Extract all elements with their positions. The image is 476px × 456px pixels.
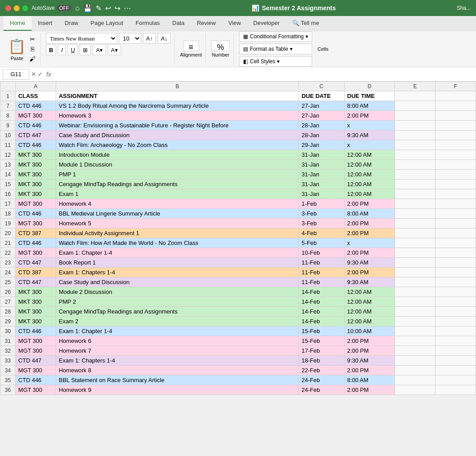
cell-assignment[interactable]: Homework 9: [56, 385, 298, 395]
cell-empty-f[interactable]: [435, 140, 476, 150]
cell-empty-f[interactable]: [435, 111, 476, 121]
cell-assignment[interactable]: BBL Medieval Lingerie Summary Article: [56, 209, 298, 219]
col-header-c[interactable]: C: [299, 82, 344, 91]
tab-tell-me[interactable]: 🔍 Tell me: [286, 16, 325, 31]
cell-empty-e[interactable]: [395, 268, 435, 277]
cell-due-time[interactable]: 12:00 AM: [344, 160, 395, 170]
cell-empty-e[interactable]: [395, 248, 435, 258]
conditional-formatting-button[interactable]: ▦ Conditional Formatting ▾: [239, 31, 312, 42]
cell-assignment[interactable]: Watch Film: How Art Made the World - No …: [56, 238, 298, 248]
cell-empty-e[interactable]: [395, 91, 435, 101]
cell-class[interactable]: MKT 300: [16, 307, 56, 317]
cell-empty-e[interactable]: [395, 326, 435, 336]
cell-due-time[interactable]: 10:00 AM: [344, 326, 395, 336]
cell-due-time[interactable]: 2:00 PM: [344, 228, 395, 238]
cell-due-date[interactable]: 3-Feb: [299, 209, 344, 219]
cell-due-date[interactable]: 22-Feb: [299, 366, 344, 375]
increase-font-button[interactable]: A↑: [143, 33, 156, 44]
cell-class[interactable]: CTD 446: [16, 140, 56, 150]
cell-empty-e[interactable]: [395, 199, 435, 209]
col-header-d[interactable]: D: [344, 82, 395, 91]
cell-assignment[interactable]: Book Report 1: [56, 258, 298, 268]
cell-empty-f[interactable]: [435, 346, 476, 356]
cell-due-date[interactable]: 3-Feb: [299, 219, 344, 228]
cell-due-date[interactable]: 28-Jan: [299, 130, 344, 140]
cell-due-time[interactable]: 9:30 AM: [344, 130, 395, 140]
cell-due-time[interactable]: 12:00 AM: [344, 150, 395, 160]
cancel-formula-icon[interactable]: ✕: [31, 71, 36, 77]
cell-empty-e[interactable]: [395, 287, 435, 297]
cell-empty-e[interactable]: [395, 336, 435, 346]
cell-assignment[interactable]: BBL Statement on Race Summary Article: [56, 375, 298, 385]
cell-due-time[interactable]: 9:30 AM: [344, 277, 395, 287]
cell-due-time[interactable]: 9:30 AM: [344, 258, 395, 268]
cell-empty-e[interactable]: [395, 111, 435, 121]
cell-empty-f[interactable]: [435, 356, 476, 366]
cell-class[interactable]: CTD 447: [16, 258, 56, 268]
tab-home[interactable]: Home: [4, 16, 32, 31]
cell-class[interactable]: MKT 300: [16, 317, 56, 326]
cell-empty-e[interactable]: [395, 130, 435, 140]
cell-due-date[interactable]: 11-Feb: [299, 268, 344, 277]
cell-assignment[interactable]: Exam 1: Chapter 1-4: [56, 248, 298, 258]
redo-icon[interactable]: ↪: [114, 4, 120, 12]
cell-class[interactable]: MGT 300: [16, 366, 56, 375]
cell-empty-e[interactable]: [395, 228, 435, 238]
cell-class[interactable]: CTD 446: [16, 209, 56, 219]
cell-empty-f[interactable]: [435, 268, 476, 277]
cell-assignment[interactable]: Exam 1: Chapters 1-4: [56, 356, 298, 366]
cell-due-date[interactable]: 31-Jan: [299, 170, 344, 179]
cell-due-time[interactable]: x: [344, 140, 395, 150]
font-color-button[interactable]: A▾: [108, 45, 121, 55]
cell-class[interactable]: MKT 300: [16, 170, 56, 179]
minimize-button[interactable]: [14, 5, 20, 11]
cell-empty-e[interactable]: [395, 150, 435, 160]
cell-due-time[interactable]: 2:00 PM: [344, 385, 395, 395]
cell-class[interactable]: MKT 300: [16, 189, 56, 199]
cell-empty-e[interactable]: [395, 170, 435, 179]
cell-class[interactable]: CTD 387: [16, 228, 56, 238]
cell-class[interactable]: MGT 300: [16, 199, 56, 209]
decrease-font-button[interactable]: A↓: [158, 33, 171, 44]
cut-button[interactable]: ✂: [28, 35, 37, 44]
cell-due-date[interactable]: 10-Feb: [299, 248, 344, 258]
paste-button[interactable]: 📋: [7, 37, 27, 56]
cell-empty-f[interactable]: [435, 375, 476, 385]
cell-due-date[interactable]: 31-Jan: [299, 179, 344, 189]
cell-due-date[interactable]: 14-Feb: [299, 297, 344, 307]
confirm-formula-icon[interactable]: ✓: [38, 71, 43, 77]
cell-empty-e[interactable]: [395, 179, 435, 189]
tab-view[interactable]: View: [222, 16, 247, 31]
alignment-button[interactable]: ≡: [183, 41, 199, 51]
cell-due-date[interactable]: 31-Jan: [299, 189, 344, 199]
cell-class[interactable]: MKT 300: [16, 297, 56, 307]
cell-assignment[interactable]: Homework 6: [56, 336, 298, 346]
cell-assignment[interactable]: Exam 2: [56, 317, 298, 326]
cell-class[interactable]: CTD 446: [16, 238, 56, 248]
cell-due-time[interactable]: 8:00 AM: [344, 375, 395, 385]
share-button[interactable]: Sha...: [457, 5, 471, 11]
cell-styles-button[interactable]: ◧ Cell Styles ▾: [239, 56, 312, 67]
cell-empty-e[interactable]: [395, 121, 435, 130]
cell-due-time[interactable]: 2:00 PM: [344, 346, 395, 356]
cell-due-date[interactable]: 31-Jan: [299, 150, 344, 160]
cell-due-time[interactable]: x: [344, 121, 395, 130]
cell-empty-e[interactable]: [395, 277, 435, 287]
cell-assignment[interactable]: Watch Film: Archaeology - No Zoom Class: [56, 140, 298, 150]
cell-due-date[interactable]: 24-Feb: [299, 385, 344, 395]
cell-empty-f[interactable]: [435, 228, 476, 238]
cell-empty-f[interactable]: [435, 179, 476, 189]
cell-due-time[interactable]: 2:00 PM: [344, 248, 395, 258]
fill-color-button[interactable]: A▾: [93, 45, 106, 55]
cell-assignment[interactable]: Cengage MindTap Readings and Assignments: [56, 307, 298, 317]
cell-due-date[interactable]: 14-Feb: [299, 317, 344, 326]
cell-due-date[interactable]: 15-Feb: [299, 326, 344, 336]
cell-empty-f[interactable]: [435, 297, 476, 307]
cell-due-date[interactable]: 5-Feb: [299, 238, 344, 248]
cell-empty-e[interactable]: [395, 356, 435, 366]
tab-page-layout[interactable]: Page Layout: [85, 16, 130, 31]
cell-empty-e[interactable]: [395, 140, 435, 150]
cell-empty-f[interactable]: [435, 248, 476, 258]
cell-empty-f[interactable]: [435, 238, 476, 248]
tab-draw[interactable]: Draw: [58, 16, 84, 31]
